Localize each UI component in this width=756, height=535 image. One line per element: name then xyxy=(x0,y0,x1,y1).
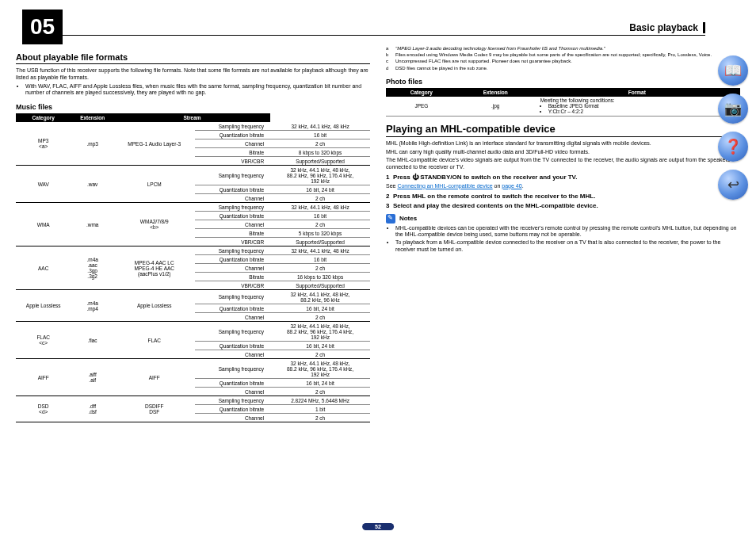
spec-label: Sampling frequency xyxy=(195,290,271,304)
th-extension: Extension xyxy=(71,113,114,122)
link-page[interactable]: page 40 xyxy=(502,183,521,189)
footnotes: a"MPEG Layer-3 audio decoding technology… xyxy=(386,46,740,71)
spec-value: 32 kHz, 44.1 kHz, 48 kHz, 88.2 kHz, 96 k… xyxy=(270,290,370,304)
heading-mhl: Playing an MHL-compatible device xyxy=(386,123,740,137)
spec-value: 16 bit, 24 bit xyxy=(270,304,370,313)
spec-value: 32 kHz, 44.1 kHz, 48 kHz xyxy=(270,122,370,131)
cat-cell: Apple Lossless xyxy=(16,290,71,322)
stream-cell: Apple Lossless xyxy=(114,290,195,322)
cat-cell: AAC xyxy=(16,246,71,290)
ext-cell: .flac xyxy=(71,322,114,359)
camera-icon[interactable]: 📷 xyxy=(718,94,748,124)
spec-value: Supported/Supported xyxy=(270,157,370,166)
ext-cell: .dff .dsf xyxy=(71,396,114,422)
spec-value: Supported/Supported xyxy=(270,238,370,246)
side-nav: 📖 📷 ❓ ↩ xyxy=(718,55,748,200)
spec-value: 16 bit xyxy=(270,255,370,264)
spec-value: 16 bit xyxy=(270,212,370,220)
notes-label: Notes xyxy=(399,215,417,222)
fn-a: "MPEG Layer-3 audio decoding technology … xyxy=(395,46,605,52)
book-icon[interactable]: 📖 xyxy=(718,55,748,86)
spec-label: Quantization bitrate xyxy=(195,342,271,350)
spec-label: Quantization bitrate xyxy=(195,185,271,194)
spec-label: Quantization bitrate xyxy=(195,255,271,264)
spec-value: 1 bit xyxy=(270,405,370,414)
intro-text: The USB function of this receiver suppor… xyxy=(16,67,370,82)
link-connecting[interactable]: Connecting an MHL-compatible device xyxy=(397,183,492,189)
heading-photo: Photo files xyxy=(386,78,740,86)
spec-value: Supported/Supported xyxy=(270,281,370,290)
fn-b: Files encoded using Windows Media Codec … xyxy=(395,52,712,58)
spec-label: Channel xyxy=(195,313,271,322)
spec-label: Sampling frequency xyxy=(195,203,271,212)
th-category: Category xyxy=(16,113,71,122)
ext-cell: .wma xyxy=(71,203,114,246)
cat-cell: MP3 <a> xyxy=(16,122,71,166)
spec-label: Channel xyxy=(195,194,271,203)
spec-label: VBR/CBR xyxy=(195,281,271,290)
cat-cell: WAV xyxy=(16,166,71,203)
cat-cell: DSD <d> xyxy=(16,396,71,422)
step-2: 2 Press MHL on the remote control to swi… xyxy=(386,193,740,200)
back-icon[interactable]: ↩ xyxy=(718,170,748,200)
spec-label: Channel xyxy=(195,388,271,396)
stream-cell: MPEG-4 AAC LC MPEG-4 HE AAC (aacPlus v1/… xyxy=(114,246,195,290)
mhl-p1: MHL (Mobile High-definition Link) is an … xyxy=(386,140,740,147)
spec-value: 32 kHz, 44.1 kHz, 48 kHz, 88.2 kHz, 96 k… xyxy=(270,322,370,342)
spec-label: Sampling frequency xyxy=(195,246,271,255)
mhl-p3: The MHL-compatible device's video signal… xyxy=(386,157,740,171)
ext-cell: .m4a .aac .3gp .3g2 xyxy=(71,246,114,290)
spec-label: Channel xyxy=(195,414,271,422)
cat-cell: FLAC <c> xyxy=(16,322,71,359)
header-rule xyxy=(22,35,705,36)
ext-cell: .wav xyxy=(71,166,114,203)
spec-value: 16 bit, 24 bit xyxy=(270,379,370,388)
spec-value: 2 ch xyxy=(270,350,370,359)
spec-value: 2 ch xyxy=(270,139,370,148)
spec-label: Bitrate xyxy=(195,148,271,157)
spec-label: Sampling frequency xyxy=(195,322,271,342)
spec-label: Quantization bitrate xyxy=(195,379,271,388)
spec-label: VBR/CBR xyxy=(195,238,271,246)
right-column: a"MPEG Layer-3 audio decoding technology… xyxy=(386,46,740,422)
spec-value: 2 ch xyxy=(270,388,370,396)
photo-fmt: Meeting the following conditions: Baseli… xyxy=(534,97,740,117)
mhl-p2: MHL can carry high quality multi-channel… xyxy=(386,149,740,156)
spec-label: Quantization bitrate xyxy=(195,212,271,220)
stream-cell: DSDIFF DSF xyxy=(114,396,195,422)
spec-value: 2 ch xyxy=(270,414,370,422)
chapter-number: 05 xyxy=(22,10,63,44)
spec-label: Channel xyxy=(195,139,271,148)
help-icon[interactable]: ❓ xyxy=(718,132,748,162)
section-title: Basic playback xyxy=(629,22,705,33)
ext-cell: .aiff .aif xyxy=(71,359,114,396)
note-icon xyxy=(386,214,395,224)
step-3: 3 Select and play the desired contents o… xyxy=(386,202,740,209)
photo-cat: JPEG xyxy=(386,97,457,117)
th-p-cat: Category xyxy=(386,88,457,97)
stream-cell: LPCM xyxy=(114,166,195,203)
spec-label: Bitrate xyxy=(195,273,271,281)
heading-music: Music files xyxy=(16,103,370,111)
spec-value: 32 kHz, 44.1 kHz, 48 kHz xyxy=(270,203,370,212)
spec-value: 16 bit xyxy=(270,131,370,139)
spec-value: 16 bit, 24 bit xyxy=(270,342,370,350)
spec-label: Sampling frequency xyxy=(195,122,271,131)
spec-value: 16 bit, 24 bit xyxy=(270,185,370,194)
cat-cell: WMA xyxy=(16,203,71,246)
spec-label: Quantization bitrate xyxy=(195,304,271,313)
see-link: See Connecting an MHL-compatible device … xyxy=(386,183,740,190)
spec-value: 2 ch xyxy=(270,220,370,229)
note-2: To playback from a MHL-compatible device… xyxy=(395,239,740,254)
spec-label: Sampling frequency xyxy=(195,396,271,405)
fn-c: Uncompressed FLAC files are not supporte… xyxy=(395,59,572,64)
spec-label: Bitrate xyxy=(195,229,271,238)
spec-value: 2 ch xyxy=(270,264,370,273)
spec-label: Channel xyxy=(195,350,271,359)
photo-ext: .jpg xyxy=(457,97,534,117)
spec-value: 8 kbps to 320 kbps xyxy=(270,148,370,157)
note-1: MHL-compatible devices can be operated w… xyxy=(395,225,740,239)
page-number: 52 xyxy=(362,523,394,530)
spec-value: 5 kbps to 320 kbps xyxy=(270,229,370,238)
stream-cell: MPEG-1 Audio Layer-3 xyxy=(114,122,195,166)
